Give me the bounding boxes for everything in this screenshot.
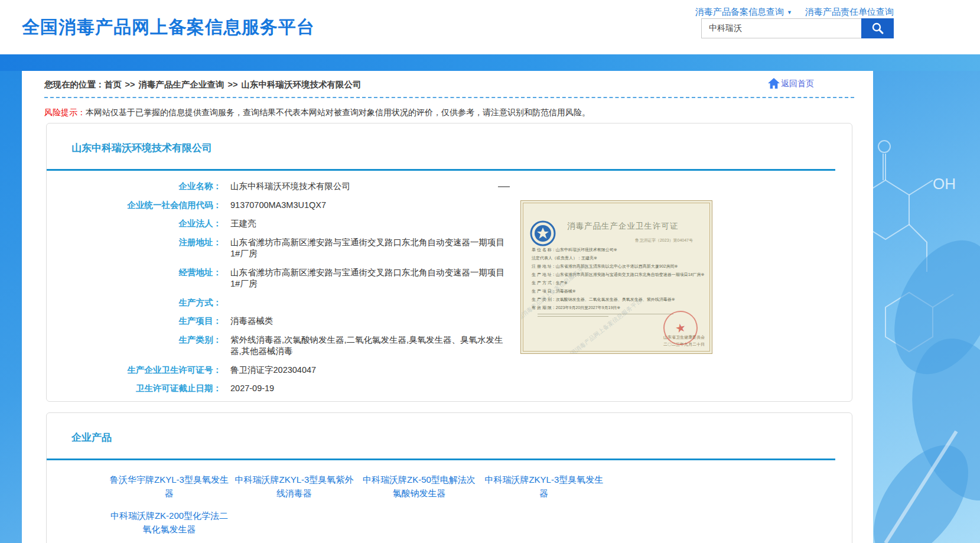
breadcrumb: 您现在的位置：首页>>消毒产品生产企业查询>>山东中科瑞沃环境技术有限公司 — [44, 79, 361, 90]
breadcrumb-home[interactable]: 首页 — [105, 80, 122, 89]
svg-text:OH: OH — [933, 175, 956, 193]
top-header: 全国消毒产品网上备案信息服务平台 消毒产品备案信息查询 ▼ 消毒产品责任单位查询 — [0, 0, 980, 54]
card-divider — [47, 459, 835, 460]
dashed-divider — [44, 97, 854, 98]
site-title: 全国消毒产品网上备案信息服务平台 — [22, 15, 315, 40]
dash-mark — [498, 186, 510, 187]
product-link[interactable]: 中科瑞沃牌ZK-200型化学法二氧化氯发生器 — [109, 509, 230, 536]
field-credit-code: 企业统一社会信用代码：91370700MA3M3U1QX7 — [47, 200, 852, 212]
risk-label: 风险提示： — [44, 108, 86, 117]
search-input[interactable] — [701, 18, 861, 38]
product-link[interactable]: 中科瑞沃牌ZKYL-3型臭氧紫外线消毒器 — [233, 473, 354, 500]
products-card-title: 企业产品 — [71, 431, 852, 444]
field-production-category: 生产类别：紫外线消毒器,次氯酸钠发生器,二氧化氯发生器,臭氧发生器、臭氧水发生器… — [47, 334, 852, 357]
company-card-title: 山东中科瑞沃环境技术有限公司 — [71, 141, 852, 155]
national-emblem-icon — [529, 220, 556, 247]
card-divider — [47, 169, 835, 171]
breadcrumb-current: 山东中科瑞沃环境技术有限公司 — [241, 80, 361, 89]
field-legal-person: 企业法人：王建亮 — [47, 218, 852, 230]
company-products-card: 企业产品 鲁沃华宇牌ZKYL-3型臭氧发生器 中科瑞沃牌ZKYL-3型臭氧紫外线… — [46, 412, 852, 543]
breadcrumb-separator: >> — [227, 80, 237, 89]
product-link[interactable]: 鲁沃华宇牌ZKYL-3型臭氧发生器 — [109, 473, 230, 500]
search-icon — [871, 21, 885, 35]
certificate-title: 消毒产品生产企业卫生许可证 — [567, 221, 705, 232]
product-link[interactable]: 中科瑞沃牌ZKYL-3型臭氧发生器 — [483, 473, 604, 500]
field-production-project: 生产项目：消毒器械类 — [47, 316, 852, 327]
field-company-name: 企业名称：山东中科瑞沃环境技术有限公司 — [47, 181, 852, 193]
certificate-body: 单 位 名 称：山东中科瑞沃环境技术有限公司※ 法定代表人（或负责人）：王建亮※… — [532, 246, 705, 312]
chevron-down-icon: ▼ — [787, 9, 792, 15]
field-license-number: 生产企业卫生许可证号：鲁卫消证字202304047 — [47, 365, 852, 376]
breadcrumb-prefix: 您现在的位置： — [44, 80, 105, 89]
page: OH 全国消毒产品网上备案信息服务平台 消毒产品备案信息查询 ▼ 消毒产品责任单… — [0, 0, 980, 543]
field-registered-address: 注册地址：山东省潍坊市高新区潍安路与宝通街交叉路口东北角自动变速器一期项目1#厂… — [47, 237, 852, 260]
product-link[interactable]: 中科瑞沃牌ZK-50型电解法次氯酸钠发生器 — [359, 473, 480, 500]
breadcrumb-separator: >> — [125, 80, 135, 89]
field-business-address: 经营地址：山东省潍坊市高新区潍安路与宝通街交叉路口东北角自动变速器一期项目1#厂… — [47, 267, 852, 290]
nav-responsible-unit-query[interactable]: 消毒产品责任单位查询 — [805, 6, 894, 18]
breadcrumb-section[interactable]: 消毒产品生产企业查询 — [138, 80, 224, 89]
risk-notice: 风险提示：本网站仅基于已掌握的信息提供查询服务，查询结果不代表本网站对被查询对象… — [44, 108, 590, 118]
back-home-link[interactable]: 返回首页 — [767, 77, 814, 89]
risk-text: 本网站仅基于已掌握的信息提供查询服务，查询结果不代表本网站对被查询对象信用状况的… — [86, 108, 590, 117]
search-button[interactable] — [861, 18, 894, 38]
nav-record-info-query[interactable]: 消毒产品备案信息查询 ▼ — [695, 6, 792, 18]
hygiene-license-certificate-image[interactable]: 全国消毒产品网上备案信息服务平台 全国消毒产品网上备案信息服务平台 消毒产品生产… — [520, 200, 712, 354]
search-bar — [701, 18, 894, 38]
company-info-card: 山东中科瑞沃环境技术有限公司 企业名称：山东中科瑞沃环境技术有限公司 企业统一社… — [46, 123, 852, 402]
product-list: 鲁沃华宇牌ZKYL-3型臭氧发生器 中科瑞沃牌ZKYL-3型臭氧紫外线消毒器 中… — [109, 473, 608, 543]
company-fields: 企业名称：山东中科瑞沃环境技术有限公司 企业统一社会信用代码：91370700M… — [47, 181, 852, 395]
top-nav: 消毒产品备案信息查询 ▼ 消毒产品责任单位查询 — [695, 6, 894, 18]
home-icon — [767, 77, 780, 89]
main-content: 您现在的位置：首页>>消毒产品生产企业查询>>山东中科瑞沃环境技术有限公司 返回… — [22, 71, 873, 543]
header-band — [0, 54, 980, 71]
field-production-method: 生产方式： — [47, 297, 852, 308]
field-license-expiry: 卫生许可证截止日期：2027-09-19 — [47, 383, 852, 395]
